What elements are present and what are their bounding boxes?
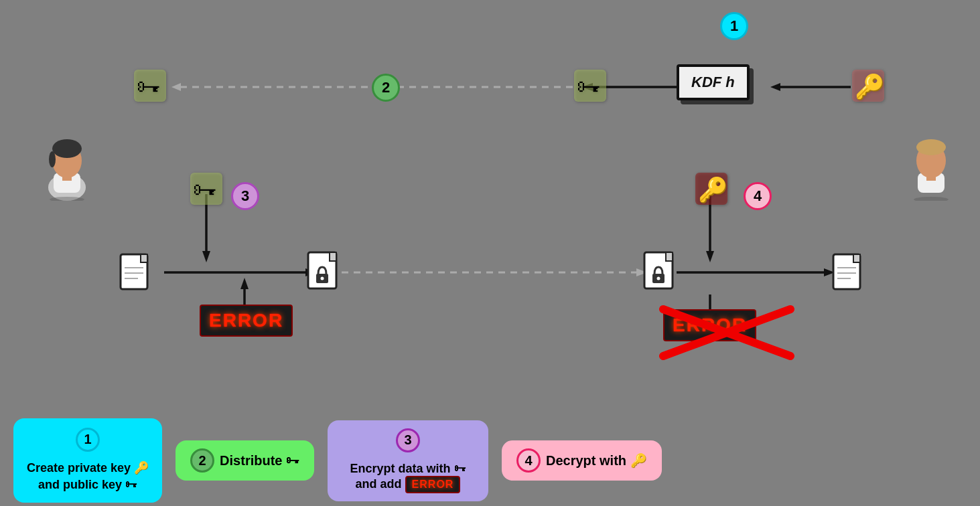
doc-locked-left [307, 251, 347, 302]
red-key-top: 🔑 [851, 68, 886, 109]
step3-circle: 3 [231, 182, 259, 210]
svg-text:🔑: 🔑 [855, 72, 885, 101]
legend-item-2: 2 Distribute 🗝 [176, 440, 314, 481]
error-box-left: ERROR [200, 305, 293, 337]
green-key-right: 🗝 [573, 68, 608, 109]
green-key-left: 🗝 [133, 68, 167, 109]
cross-overlay [656, 303, 797, 363]
legend-3-prefix: Encrypt data with 🗝 [350, 462, 466, 475]
dark-key-mid: 🔑 [694, 171, 729, 212]
svg-point-40 [916, 139, 946, 155]
svg-text:🔑: 🔑 [698, 175, 728, 204]
legend-step1-num: 1 [76, 428, 100, 452]
legend-3-suffix: and add [356, 477, 405, 490]
legend-4-text: Decrypt with 🔑 [546, 452, 647, 469]
kdf-box: KDF h [677, 64, 750, 100]
diagram-area: 1 2 3 4 KDF h 🗝 🗝 🔑 [0, 0, 980, 415]
legend-item-3: 3 Encrypt data with 🗝 and add ERROR [328, 420, 488, 501]
svg-marker-1 [171, 83, 181, 91]
svg-marker-17 [706, 251, 714, 262]
arrows-svg [0, 0, 980, 415]
step1-circle: 1 [720, 12, 748, 40]
legend-item-4: 4 Decrypt with 🔑 [502, 440, 662, 481]
legend-step4-num: 4 [516, 448, 541, 473]
svg-marker-9 [202, 251, 210, 262]
person-recipient [904, 134, 958, 201]
svg-point-34 [52, 139, 82, 158]
svg-text:🗝: 🗝 [577, 73, 601, 100]
svg-rect-41 [926, 174, 936, 181]
doc-plain-left [119, 253, 154, 297]
step4-circle: 4 [744, 182, 772, 210]
green-key-mid: 🗝 [189, 171, 224, 212]
legend-1-line2: and public key 🗝 [38, 478, 137, 491]
svg-point-35 [49, 151, 56, 167]
svg-marker-44 [141, 254, 147, 262]
legend-error-badge: ERROR [405, 476, 461, 493]
svg-marker-57 [853, 254, 860, 262]
legend-1-line1: Create private key 🔑 [27, 461, 149, 475]
legend-2-text: Distribute 🗝 [220, 453, 299, 469]
doc-plain-right [832, 253, 867, 297]
person-sender [40, 134, 94, 201]
svg-marker-53 [666, 252, 673, 261]
svg-text:🗝: 🗝 [137, 73, 161, 100]
doc-locked-right [643, 251, 683, 302]
legend-bar: 1 Create private key 🔑 and public key 🗝 … [0, 415, 980, 506]
svg-marker-49 [330, 252, 336, 261]
svg-rect-36 [62, 174, 72, 181]
svg-marker-5 [770, 83, 780, 91]
legend-item-1: 1 Create private key 🔑 and public key 🗝 [13, 418, 162, 503]
svg-marker-11 [240, 278, 249, 289]
svg-point-51 [321, 277, 324, 280]
svg-text:🗝: 🗝 [193, 176, 217, 203]
legend-step3-num: 3 [396, 428, 420, 452]
step2-circle: 2 [372, 74, 400, 102]
legend-step2-num: 2 [190, 448, 214, 473]
svg-point-55 [657, 277, 660, 280]
svg-point-42 [914, 197, 949, 201]
